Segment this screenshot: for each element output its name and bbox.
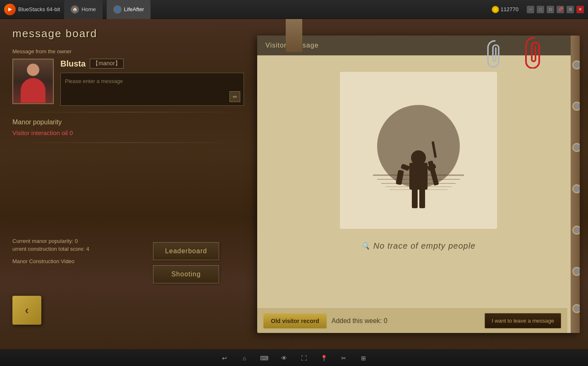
close-button[interactable]: ✕ (576, 6, 584, 13)
manor-video-label: Manor Construction Video (12, 258, 89, 264)
owner-avatar (13, 59, 53, 103)
owner-section: Message from the owner Blusta 【manor】 Pl… (12, 48, 244, 106)
binding-ring-4 (572, 184, 580, 193)
trace-icon: 🔍 (361, 242, 370, 250)
owner-avatar-frame (12, 59, 54, 104)
binder-top (286, 19, 302, 52)
owner-label: Message from the owner (12, 48, 244, 55)
divider-1 (12, 112, 244, 112)
message-placeholder: Please enter a message (65, 78, 123, 84)
binding-ring-2 (572, 102, 580, 111)
binding-ring-1 (572, 60, 580, 69)
bluestacks-logo: ▶ (4, 4, 16, 15)
message-input-area[interactable]: Please enter a message ✏ (60, 73, 244, 106)
view-taskbar-icon[interactable]: 👁 (278, 352, 290, 364)
svg-point-10 (411, 150, 426, 165)
no-trace-text: 🔍 No trace of empty people (361, 241, 476, 251)
cut-taskbar-icon[interactable]: ✂ (338, 352, 349, 364)
app-name: BlueStacks 64-bit (18, 6, 60, 12)
shooting-button[interactable]: Shooting (153, 265, 219, 283)
game-tab-icon: 👤 (113, 5, 122, 14)
notebook-binding (571, 36, 580, 333)
location-taskbar-icon[interactable]: 📍 (318, 352, 330, 364)
paperclip-red (522, 36, 547, 69)
stats-section: Current manor popularity: 0 urrent const… (12, 238, 89, 269)
tab-home[interactable]: 🏠 Home (64, 0, 103, 19)
top-bar: ▶ BlueStacks 64-bit 🏠 Home 👤 LifeAfter 1… (0, 0, 588, 19)
restore-button[interactable]: □ (537, 6, 544, 13)
top-bar-left: ▶ BlueStacks 64-bit 🏠 Home 👤 LifeAfter (4, 0, 151, 19)
owner-tag: 【manor】 (90, 59, 124, 69)
current-popularity: Current manor popularity: 0 (12, 238, 89, 244)
minimize-button[interactable]: ─ (527, 6, 534, 13)
binding-ring-5 (572, 226, 580, 235)
edit-icon[interactable]: ✏ (229, 91, 240, 102)
coin-icon (492, 6, 499, 13)
settings-button[interactable]: ⚙ (566, 6, 574, 13)
right-panel: Visitor message (257, 36, 580, 333)
maximize-button[interactable]: ⊡ (547, 6, 554, 13)
leaderboard-button[interactable]: Leaderboard (153, 242, 219, 260)
back-taskbar-icon[interactable]: ↩ (219, 352, 230, 364)
owner-name-row: Blusta 【manor】 (60, 59, 244, 69)
leave-message-button[interactable]: I want to leave a message (485, 313, 561, 328)
keyboard-taskbar-icon[interactable]: ⌨ (258, 352, 270, 364)
notebook-bottom: Old visitor record Added this week: 0 I … (257, 308, 567, 333)
old-visitor-record-button[interactable]: Old visitor record (263, 314, 327, 328)
visitor-oil: Visitor interaction oil 0 (12, 129, 244, 136)
page-title: message board (12, 27, 244, 40)
illustration (340, 72, 497, 229)
top-bar-right: 112770 ─ □ ⊡ 📌 ⚙ ✕ (492, 6, 584, 13)
divider-2 (12, 143, 244, 143)
game-area: message board Message from the owner Blu… (0, 19, 588, 349)
action-buttons: Leaderboard Shooting (153, 242, 219, 288)
svg-rect-9 (409, 163, 428, 190)
owner-info: Blusta 【manor】 Please enter a message ✏ (12, 59, 244, 106)
coin-display: 112770 (492, 6, 519, 13)
svg-rect-8 (419, 188, 425, 208)
back-button[interactable]: ‹ (12, 296, 41, 325)
svg-rect-7 (412, 188, 418, 208)
fullscreen-taskbar-icon[interactable]: ⛶ (298, 352, 310, 364)
home-tab-icon: 🏠 (71, 5, 79, 14)
coin-amount: 112770 (501, 6, 519, 12)
added-this-week: Added this week: 0 (332, 317, 480, 325)
owner-name: Blusta (60, 59, 86, 69)
tab-lifeafter[interactable]: 👤 LifeAfter (107, 0, 151, 19)
pin-button[interactable]: 📌 (557, 6, 564, 13)
back-arrow-icon: ‹ (25, 304, 29, 317)
bottom-bar: ↩ ⌂ ⌨ 👁 ⛶ 📍 ✂ ⊞ (0, 349, 588, 366)
binding-ring-6 (572, 267, 580, 276)
popularity-section: Manor popularity Visitor interaction oil… (12, 119, 244, 136)
window-controls: ─ □ ⊡ 📌 ⚙ ✕ (527, 6, 584, 13)
popularity-label: Manor popularity (12, 119, 244, 126)
paperclip-silver (485, 39, 505, 68)
home-taskbar-icon[interactable]: ⌂ (239, 352, 250, 364)
construction-score: urrent construction total score: 4 (12, 246, 89, 252)
binding-ring-7 (572, 304, 580, 313)
grid-taskbar-icon[interactable]: ⊞ (358, 352, 369, 364)
no-trace-label: No trace of empty people (373, 241, 476, 251)
notebook-content: 🔍 No trace of empty people (257, 55, 580, 308)
owner-right: Blusta 【manor】 Please enter a message ✏ (60, 59, 244, 106)
binding-ring-3 (572, 143, 580, 152)
